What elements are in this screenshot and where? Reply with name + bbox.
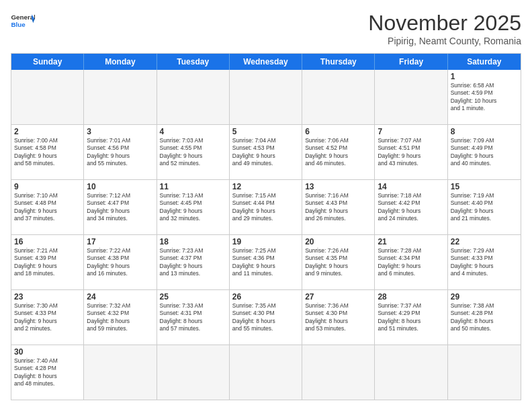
calendar-cell-0-1	[84, 70, 157, 124]
weekday-header-sunday: Sunday	[11, 54, 84, 70]
day-info: Sunrise: 7:38 AM Sunset: 4:28 PM Dayligh…	[451, 302, 518, 333]
day-number: 28	[378, 292, 444, 302]
calendar-cell-4-1: 24Sunrise: 7:32 AM Sunset: 4:32 PM Dayli…	[84, 290, 157, 345]
calendar-cell-1-1: 3Sunrise: 7:01 AM Sunset: 4:56 PM Daylig…	[84, 125, 157, 179]
calendar-row-1: 2Sunrise: 7:00 AM Sunset: 4:58 PM Daylig…	[11, 125, 521, 180]
weekday-header-wednesday: Wednesday	[230, 54, 302, 70]
calendar-cell-2-4: 13Sunrise: 7:16 AM Sunset: 4:43 PM Dayli…	[302, 180, 375, 234]
weekday-header-tuesday: Tuesday	[157, 54, 230, 70]
month-title: November 2025	[368, 11, 521, 36]
general-blue-icon: General Blue	[11, 11, 35, 30]
day-info: Sunrise: 7:09 AM Sunset: 4:49 PM Dayligh…	[451, 137, 518, 168]
calendar-cell-5-1	[84, 345, 157, 400]
day-info: Sunrise: 7:36 AM Sunset: 4:30 PM Dayligh…	[305, 302, 371, 333]
day-number: 29	[451, 292, 518, 302]
weekday-header-thursday: Thursday	[302, 54, 375, 70]
calendar-cell-4-3: 26Sunrise: 7:35 AM Sunset: 4:30 PM Dayli…	[230, 290, 302, 345]
calendar-cell-4-4: 27Sunrise: 7:36 AM Sunset: 4:30 PM Dayli…	[302, 290, 375, 345]
calendar-cell-1-0: 2Sunrise: 7:00 AM Sunset: 4:58 PM Daylig…	[11, 125, 84, 179]
day-number: 12	[232, 182, 299, 191]
day-info: Sunrise: 7:07 AM Sunset: 4:51 PM Dayligh…	[378, 137, 444, 168]
calendar-cell-4-2: 25Sunrise: 7:33 AM Sunset: 4:31 PM Dayli…	[157, 290, 230, 345]
day-info: Sunrise: 7:25 AM Sunset: 4:36 PM Dayligh…	[232, 247, 299, 278]
calendar-cell-3-3: 19Sunrise: 7:25 AM Sunset: 4:36 PM Dayli…	[230, 235, 302, 289]
calendar-cell-5-5	[375, 345, 447, 400]
calendar-cell-4-5: 28Sunrise: 7:37 AM Sunset: 4:29 PM Dayli…	[375, 290, 447, 345]
day-number: 25	[160, 292, 226, 302]
page: General Blue November 2025 Pipirig, Neam…	[0, 0, 532, 411]
calendar-body: 1Sunrise: 6:58 AM Sunset: 4:59 PM Daylig…	[11, 70, 521, 400]
calendar-cell-1-3: 5Sunrise: 7:04 AM Sunset: 4:53 PM Daylig…	[230, 125, 302, 179]
calendar-cell-1-2: 4Sunrise: 7:03 AM Sunset: 4:55 PM Daylig…	[157, 125, 230, 179]
day-number: 30	[14, 347, 81, 357]
calendar-cell-0-2	[157, 70, 230, 124]
day-info: Sunrise: 7:23 AM Sunset: 4:37 PM Dayligh…	[160, 247, 226, 278]
svg-text:General: General	[11, 13, 36, 21]
day-info: Sunrise: 7:30 AM Sunset: 4:33 PM Dayligh…	[14, 302, 81, 333]
calendar-cell-2-5: 14Sunrise: 7:18 AM Sunset: 4:42 PM Dayli…	[375, 180, 447, 234]
day-number: 7	[378, 127, 444, 136]
day-info: Sunrise: 7:32 AM Sunset: 4:32 PM Dayligh…	[87, 302, 153, 333]
calendar-cell-3-0: 16Sunrise: 7:21 AM Sunset: 4:39 PM Dayli…	[11, 235, 84, 289]
day-number: 1	[451, 72, 518, 81]
day-info: Sunrise: 7:37 AM Sunset: 4:29 PM Dayligh…	[378, 302, 444, 333]
calendar: SundayMondayTuesdayWednesdayThursdayFrid…	[11, 53, 521, 400]
calendar-cell-3-6: 22Sunrise: 7:29 AM Sunset: 4:33 PM Dayli…	[448, 235, 521, 289]
weekday-header-monday: Monday	[84, 54, 157, 70]
day-info: Sunrise: 7:16 AM Sunset: 4:43 PM Dayligh…	[305, 192, 371, 223]
calendar-row-0: 1Sunrise: 6:58 AM Sunset: 4:59 PM Daylig…	[11, 70, 521, 125]
calendar-cell-0-4	[302, 70, 375, 124]
calendar-cell-2-3: 12Sunrise: 7:15 AM Sunset: 4:44 PM Dayli…	[230, 180, 302, 234]
day-info: Sunrise: 7:03 AM Sunset: 4:55 PM Dayligh…	[160, 137, 226, 168]
day-info: Sunrise: 7:21 AM Sunset: 4:39 PM Dayligh…	[14, 247, 81, 278]
day-number: 17	[87, 237, 153, 246]
calendar-cell-0-5	[375, 70, 447, 124]
title-block: November 2025 Pipirig, Neamt County, Rom…	[368, 11, 521, 46]
day-number: 24	[87, 292, 153, 302]
day-number: 19	[232, 237, 299, 246]
day-info: Sunrise: 7:22 AM Sunset: 4:38 PM Dayligh…	[87, 247, 153, 278]
location-subtitle: Pipirig, Neamt County, Romania	[368, 36, 521, 46]
calendar-cell-3-5: 21Sunrise: 7:28 AM Sunset: 4:34 PM Dayli…	[375, 235, 447, 289]
day-number: 6	[305, 127, 371, 136]
day-info: Sunrise: 7:01 AM Sunset: 4:56 PM Dayligh…	[87, 137, 153, 168]
calendar-cell-0-0	[11, 70, 84, 124]
day-info: Sunrise: 7:33 AM Sunset: 4:31 PM Dayligh…	[160, 302, 226, 333]
day-number: 3	[87, 127, 153, 136]
day-number: 10	[87, 182, 153, 191]
day-number: 13	[305, 182, 371, 191]
header: General Blue November 2025 Pipirig, Neam…	[11, 11, 521, 46]
calendar-header: SundayMondayTuesdayWednesdayThursdayFrid…	[11, 54, 521, 70]
calendar-cell-4-6: 29Sunrise: 7:38 AM Sunset: 4:28 PM Dayli…	[448, 290, 521, 345]
day-number: 21	[378, 237, 444, 246]
day-info: Sunrise: 7:15 AM Sunset: 4:44 PM Dayligh…	[232, 192, 299, 223]
day-info: Sunrise: 7:00 AM Sunset: 4:58 PM Dayligh…	[14, 137, 81, 168]
day-info: Sunrise: 7:40 AM Sunset: 4:28 PM Dayligh…	[14, 357, 81, 388]
calendar-cell-1-6: 8Sunrise: 7:09 AM Sunset: 4:49 PM Daylig…	[448, 125, 521, 179]
day-number: 15	[451, 182, 518, 191]
calendar-cell-5-6	[448, 345, 521, 400]
day-info: Sunrise: 7:06 AM Sunset: 4:52 PM Dayligh…	[305, 137, 371, 168]
day-number: 9	[14, 182, 81, 191]
day-info: Sunrise: 7:26 AM Sunset: 4:35 PM Dayligh…	[305, 247, 371, 278]
calendar-cell-1-5: 7Sunrise: 7:07 AM Sunset: 4:51 PM Daylig…	[375, 125, 447, 179]
day-info: Sunrise: 7:13 AM Sunset: 4:45 PM Dayligh…	[160, 192, 226, 223]
day-number: 18	[160, 237, 226, 246]
calendar-cell-2-6: 15Sunrise: 7:19 AM Sunset: 4:40 PM Dayli…	[448, 180, 521, 234]
day-number: 11	[160, 182, 226, 191]
calendar-cell-5-3	[230, 345, 302, 400]
day-number: 26	[232, 292, 299, 302]
day-info: Sunrise: 7:29 AM Sunset: 4:33 PM Dayligh…	[451, 247, 518, 278]
calendar-cell-5-2	[157, 345, 230, 400]
calendar-row-3: 16Sunrise: 7:21 AM Sunset: 4:39 PM Dayli…	[11, 235, 521, 290]
day-number: 2	[14, 127, 81, 136]
calendar-cell-5-0: 30Sunrise: 7:40 AM Sunset: 4:28 PM Dayli…	[11, 345, 84, 400]
weekday-header-friday: Friday	[375, 54, 447, 70]
calendar-cell-3-1: 17Sunrise: 7:22 AM Sunset: 4:38 PM Dayli…	[84, 235, 157, 289]
day-info: Sunrise: 7:18 AM Sunset: 4:42 PM Dayligh…	[378, 192, 444, 223]
calendar-cell-0-6: 1Sunrise: 6:58 AM Sunset: 4:59 PM Daylig…	[448, 70, 521, 124]
day-number: 23	[14, 292, 81, 302]
calendar-cell-2-0: 9Sunrise: 7:10 AM Sunset: 4:48 PM Daylig…	[11, 180, 84, 234]
day-info: Sunrise: 6:58 AM Sunset: 4:59 PM Dayligh…	[451, 82, 518, 113]
logo: General Blue	[11, 11, 35, 30]
